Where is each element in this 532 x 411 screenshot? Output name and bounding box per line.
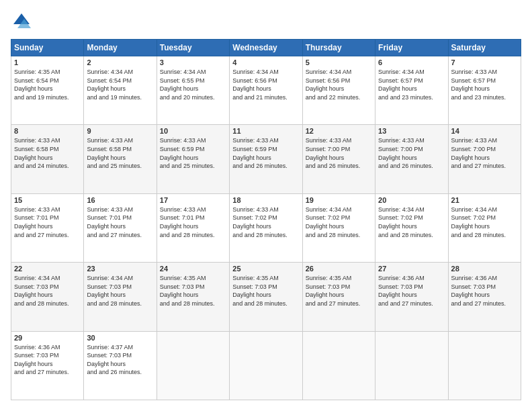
calendar-header-row: SundayMondayTuesdayWednesdayThursdayFrid… [11,40,521,56]
calendar-cell: 18 Sunrise: 4:33 AMSunset: 7:02 PMDaylig… [230,193,302,262]
header-day-thursday: Thursday [302,40,375,56]
day-number: 3 [160,58,226,66]
day-number: 9 [87,127,153,135]
day-number: 23 [87,265,153,273]
day-number: 22 [14,265,81,273]
day-info: Sunrise: 4:33 AMSunset: 6:58 PMDaylight … [14,136,81,170]
calendar-cell [230,331,302,400]
calendar-week-3: 15 Sunrise: 4:33 AMSunset: 7:01 PMDaylig… [11,193,521,262]
day-info: Sunrise: 4:33 AMSunset: 6:59 PMDaylight … [160,136,226,170]
day-number: 5 [306,58,372,66]
day-number: 19 [306,196,372,204]
day-number: 8 [14,127,81,135]
day-number: 30 [87,334,153,342]
day-number: 14 [451,127,518,135]
day-info: Sunrise: 4:35 AMSunset: 7:03 PMDaylight … [160,274,226,308]
day-number: 13 [378,127,445,135]
day-info: Sunrise: 4:33 AMSunset: 7:02 PMDaylight … [232,205,299,239]
day-number: 25 [232,265,299,273]
day-info: Sunrise: 4:34 AMSunset: 6:56 PMDaylight … [232,68,299,101]
day-info: Sunrise: 4:34 AMSunset: 6:57 PMDaylight … [378,68,445,101]
day-number: 26 [306,265,372,273]
day-info: Sunrise: 4:33 AMSunset: 6:58 PMDaylight … [87,136,153,170]
day-number: 10 [160,127,226,135]
calendar-cell: 24 Sunrise: 4:35 AMSunset: 7:03 PMDaylig… [157,263,229,331]
day-info: Sunrise: 4:35 AMSunset: 7:03 PMDaylight … [306,274,372,308]
svg-marker-0 [13,13,30,24]
header-day-tuesday: Tuesday [157,40,229,56]
day-info: Sunrise: 4:36 AMSunset: 7:03 PMDaylight … [451,274,518,308]
day-number: 15 [14,196,81,204]
day-number: 18 [232,196,299,204]
day-info: Sunrise: 4:34 AMSunset: 7:02 PMDaylight … [306,205,372,239]
day-info: Sunrise: 4:35 AMSunset: 7:03 PMDaylight … [232,274,299,308]
header-day-monday: Monday [84,40,157,56]
calendar-cell: 29 Sunrise: 4:36 AMSunset: 7:03 PMDaylig… [11,331,84,400]
day-number: 11 [232,127,299,135]
calendar-week-2: 8 Sunrise: 4:33 AMSunset: 6:58 PMDayligh… [11,125,521,193]
day-info: Sunrise: 4:36 AMSunset: 7:03 PMDaylight … [378,274,445,308]
calendar-cell: 22 Sunrise: 4:34 AMSunset: 7:03 PMDaylig… [11,263,84,331]
header [11,11,521,32]
calendar-cell [302,331,375,400]
calendar-cell: 13 Sunrise: 4:33 AMSunset: 7:00 PMDaylig… [375,125,448,193]
calendar-cell: 27 Sunrise: 4:36 AMSunset: 7:03 PMDaylig… [375,263,448,331]
calendar-cell: 5 Sunrise: 4:34 AMSunset: 6:56 PMDayligh… [302,56,375,125]
calendar-cell: 3 Sunrise: 4:34 AMSunset: 6:55 PMDayligh… [157,56,229,125]
calendar-cell: 10 Sunrise: 4:33 AMSunset: 6:59 PMDaylig… [157,125,229,193]
day-number: 1 [14,58,81,66]
day-number: 7 [451,58,518,66]
day-number: 29 [14,334,81,342]
calendar-cell: 30 Sunrise: 4:37 AMSunset: 7:03 PMDaylig… [84,331,157,400]
day-number: 12 [306,127,372,135]
day-info: Sunrise: 4:33 AMSunset: 6:57 PMDaylight … [451,68,518,101]
calendar-week-4: 22 Sunrise: 4:34 AMSunset: 7:03 PMDaylig… [11,263,521,331]
calendar-cell: 20 Sunrise: 4:34 AMSunset: 7:02 PMDaylig… [375,193,448,262]
calendar-cell: 15 Sunrise: 4:33 AMSunset: 7:01 PMDaylig… [11,193,84,262]
calendar-cell [448,331,521,400]
logo-icon [11,11,32,32]
day-info: Sunrise: 4:34 AMSunset: 7:03 PMDaylight … [14,274,81,308]
calendar-cell: 26 Sunrise: 4:35 AMSunset: 7:03 PMDaylig… [302,263,375,331]
day-number: 6 [378,58,445,66]
day-number: 28 [451,265,518,273]
header-day-friday: Friday [375,40,448,56]
header-day-saturday: Saturday [448,40,521,56]
day-info: Sunrise: 4:33 AMSunset: 7:00 PMDaylight … [306,136,372,170]
calendar-cell: 2 Sunrise: 4:34 AMSunset: 6:54 PMDayligh… [84,56,157,125]
day-info: Sunrise: 4:34 AMSunset: 7:02 PMDaylight … [378,205,445,239]
calendar-cell [375,331,448,400]
calendar-cell [157,331,229,400]
calendar-week-1: 1 Sunrise: 4:35 AMSunset: 6:54 PMDayligh… [11,56,521,125]
calendar-cell: 1 Sunrise: 4:35 AMSunset: 6:54 PMDayligh… [11,56,84,125]
calendar-cell: 16 Sunrise: 4:33 AMSunset: 7:01 PMDaylig… [84,193,157,262]
day-info: Sunrise: 4:34 AMSunset: 7:02 PMDaylight … [451,205,518,239]
calendar-cell: 6 Sunrise: 4:34 AMSunset: 6:57 PMDayligh… [375,56,448,125]
header-day-wednesday: Wednesday [230,40,302,56]
day-number: 17 [160,196,226,204]
logo [11,11,35,32]
day-number: 2 [87,58,153,66]
calendar-cell: 14 Sunrise: 4:33 AMSunset: 7:00 PMDaylig… [448,125,521,193]
day-info: Sunrise: 4:33 AMSunset: 7:01 PMDaylight … [14,205,81,239]
day-number: 16 [87,196,153,204]
calendar-cell: 19 Sunrise: 4:34 AMSunset: 7:02 PMDaylig… [302,193,375,262]
day-info: Sunrise: 4:34 AMSunset: 7:03 PMDaylight … [87,274,153,308]
day-info: Sunrise: 4:33 AMSunset: 6:59 PMDaylight … [232,136,299,170]
page: SundayMondayTuesdayWednesdayThursdayFrid… [0,0,532,411]
day-info: Sunrise: 4:33 AMSunset: 7:01 PMDaylight … [87,205,153,239]
day-number: 21 [451,196,518,204]
day-info: Sunrise: 4:34 AMSunset: 6:56 PMDaylight … [306,68,372,101]
calendar-cell: 8 Sunrise: 4:33 AMSunset: 6:58 PMDayligh… [11,125,84,193]
day-info: Sunrise: 4:37 AMSunset: 7:03 PMDaylight … [87,343,153,377]
calendar-cell: 21 Sunrise: 4:34 AMSunset: 7:02 PMDaylig… [448,193,521,262]
day-number: 20 [378,196,445,204]
day-info: Sunrise: 4:34 AMSunset: 6:55 PMDaylight … [160,68,226,101]
day-number: 4 [232,58,299,66]
calendar: SundayMondayTuesdayWednesdayThursdayFrid… [11,39,521,400]
calendar-cell: 11 Sunrise: 4:33 AMSunset: 6:59 PMDaylig… [230,125,302,193]
calendar-cell: 4 Sunrise: 4:34 AMSunset: 6:56 PMDayligh… [230,56,302,125]
header-day-sunday: Sunday [11,40,84,56]
day-number: 24 [160,265,226,273]
calendar-cell: 17 Sunrise: 4:33 AMSunset: 7:01 PMDaylig… [157,193,229,262]
